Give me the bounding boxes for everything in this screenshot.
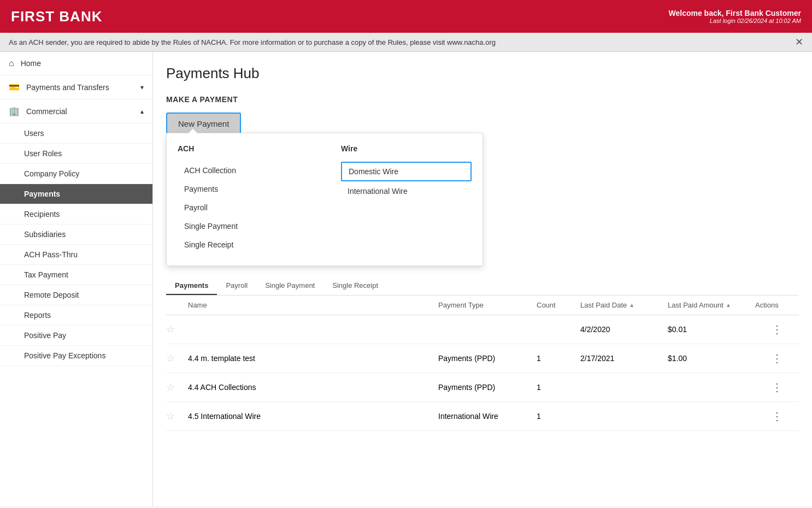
tab-single-payment[interactable]: Single Payment — [256, 277, 323, 295]
payment-tabs: Payments Payroll Single Payment Single R… — [166, 277, 799, 295]
sidebar-item-positive-pay[interactable]: Positive Pay — [0, 326, 152, 346]
row-type: Payments (PPD) — [438, 354, 537, 363]
row-count: 1 — [537, 412, 580, 421]
payment-tabs-section: Payments Payroll Single Payment Single R… — [166, 277, 799, 296]
sidebar-item-ach-pass-thru[interactable]: ACH Pass-Thru — [0, 245, 152, 265]
sidebar-item-remote-deposit[interactable]: Remote Deposit — [0, 285, 152, 305]
row-last-paid-date: 4/2/2020 — [580, 325, 668, 334]
sidebar-label-users: Users — [24, 129, 44, 138]
credit-card-icon: 💳 — [9, 82, 20, 92]
sidebar-label-user-roles: User Roles — [24, 149, 62, 158]
dropdown-arrow — [189, 129, 197, 133]
sidebar-item-recipients[interactable]: Recipients — [0, 204, 152, 225]
main-content: Payments Hub MAKE A PAYMENT New Payment … — [153, 52, 812, 506]
row-count: 1 — [537, 383, 580, 392]
dropdown-columns: ACH ACH Collection Payments Payroll Sing… — [167, 133, 483, 265]
row-actions-button[interactable]: ⋮ — [755, 323, 799, 336]
row-actions-button[interactable]: ⋮ — [755, 410, 799, 423]
col-actions: Actions — [755, 301, 799, 309]
tab-single-receipt[interactable]: Single Receipt — [323, 277, 387, 295]
col-star — [166, 301, 188, 309]
sidebar-label-subsidiaries: Subsidiaries — [24, 230, 66, 239]
row-name: 4.4 m. template test — [188, 354, 438, 363]
sidebar-label-reports: Reports — [24, 311, 51, 320]
dropdown-item-payroll[interactable]: Payroll — [178, 199, 308, 216]
row-last-paid-date: 2/17/2021 — [580, 354, 668, 363]
sidebar-label-home: Home — [21, 59, 41, 68]
dropdown-item-ach-collection[interactable]: ACH Collection — [178, 162, 308, 179]
favorite-icon[interactable]: ☆ — [166, 410, 188, 422]
favorite-icon[interactable]: ☆ — [166, 381, 188, 393]
row-actions-button[interactable]: ⋮ — [755, 381, 799, 394]
dropdown-item-domestic-wire[interactable]: Domestic Wire — [341, 162, 472, 181]
building-icon: 🏢 — [9, 106, 20, 116]
row-name: 4.5 International Wire — [188, 412, 438, 421]
dropdown-item-single-payment[interactable]: Single Payment — [178, 217, 308, 235]
sidebar-item-reports[interactable]: Reports — [0, 305, 152, 326]
table-row: ☆ 4.4 ACH Collections Payments (PPD) 1 ⋮ — [166, 373, 799, 402]
ach-column-header: ACH — [178, 144, 308, 155]
new-payment-button[interactable]: New Payment — [166, 113, 241, 135]
sidebar-label-payments-transfers: Payments and Transfers — [26, 83, 109, 92]
app-layout: ⌂ Home 💳 Payments and Transfers ▾ 🏢 Comm… — [0, 52, 812, 506]
sort-icon-date: ▲ — [629, 302, 634, 308]
col-last-paid-amount[interactable]: Last Paid Amount ▲ — [668, 301, 755, 309]
notice-text: As an ACH sender, you are required to ab… — [9, 38, 496, 46]
col-name: Name — [188, 301, 438, 309]
tab-payroll[interactable]: Payroll — [217, 277, 256, 295]
wire-column: Wire Domestic Wire International Wire — [341, 144, 472, 255]
row-name: 4.4 ACH Collections — [188, 383, 438, 392]
col-payment-type: Payment Type — [438, 301, 537, 309]
row-count: 1 — [537, 354, 580, 363]
sidebar-item-home[interactable]: ⌂ Home — [0, 52, 152, 75]
favorite-icon[interactable]: ☆ — [166, 352, 188, 364]
sidebar-label-payments: Payments — [24, 190, 60, 198]
payment-type-dropdown: ACH ACH Collection Payments Payroll Sing… — [166, 133, 483, 266]
sidebar-label-commercial: Commercial — [26, 107, 67, 116]
payments-table: Name Payment Type Count Last Paid Date ▲… — [166, 296, 799, 431]
table-row: ☆ 4.4 m. template test Payments (PPD) 1 … — [166, 344, 799, 373]
col-last-paid-date[interactable]: Last Paid Date ▲ — [580, 301, 668, 309]
table-row: ☆ 4/2/2020 $0.01 ⋮ — [166, 315, 799, 344]
sidebar-item-payments[interactable]: Payments — [0, 184, 152, 204]
ach-column: ACH ACH Collection Payments Payroll Sing… — [178, 144, 308, 255]
row-last-paid-amount: $1.00 — [668, 354, 755, 363]
chevron-down-icon: ▾ — [140, 84, 144, 91]
sidebar-item-users[interactable]: Users — [0, 123, 152, 144]
chevron-up-icon: ▴ — [140, 108, 144, 115]
sidebar-item-positive-pay-exceptions[interactable]: Positive Pay Exceptions — [0, 346, 152, 366]
row-actions-button[interactable]: ⋮ — [755, 352, 799, 365]
tab-payments[interactable]: Payments — [166, 277, 217, 295]
sidebar-item-payments-transfers[interactable]: 💳 Payments and Transfers ▾ — [0, 75, 152, 99]
wire-column-header: Wire — [341, 144, 472, 155]
sidebar-label-positive-pay: Positive Pay — [24, 331, 66, 340]
sidebar-item-user-roles[interactable]: User Roles — [0, 144, 152, 164]
sort-icon-amount: ▲ — [726, 302, 731, 308]
row-type: International Wire — [438, 412, 537, 421]
sidebar-item-company-policy[interactable]: Company Policy — [0, 164, 152, 184]
sidebar-label-company-policy: Company Policy — [24, 169, 79, 178]
table-header-row: Name Payment Type Count Last Paid Date ▲… — [166, 296, 799, 315]
welcome-message: Welcome back, First Bank Customer — [669, 9, 801, 17]
sidebar-item-commercial[interactable]: 🏢 Commercial ▴ — [0, 99, 152, 123]
section-title: MAKE A PAYMENT — [166, 95, 799, 104]
dropdown-item-single-receipt[interactable]: Single Receipt — [178, 236, 308, 253]
notice-bar: As an ACH sender, you are required to ab… — [0, 33, 812, 52]
sidebar-label-recipients: Recipients — [24, 210, 60, 218]
dropdown-item-payments[interactable]: Payments — [178, 180, 308, 198]
col-count: Count — [537, 301, 580, 309]
row-last-paid-amount: $0.01 — [668, 325, 755, 334]
notice-close-button[interactable]: ✕ — [795, 37, 803, 47]
sidebar: ⌂ Home 💳 Payments and Transfers ▾ 🏢 Comm… — [0, 52, 153, 506]
sidebar-item-tax-payment[interactable]: Tax Payment — [0, 265, 152, 285]
favorite-icon[interactable]: ☆ — [166, 323, 188, 335]
sidebar-label-ach-pass-thru: ACH Pass-Thru — [24, 250, 78, 259]
app-header: FIRST BANK Welcome back, First Bank Cust… — [0, 0, 812, 33]
sidebar-item-subsidiaries[interactable]: Subsidiaries — [0, 225, 152, 245]
sidebar-label-remote-deposit: Remote Deposit — [24, 291, 79, 299]
home-icon: ⌂ — [9, 58, 14, 68]
user-info: Welcome back, First Bank Customer Last l… — [669, 9, 801, 24]
bank-logo: FIRST BANK — [11, 8, 102, 25]
row-type: Payments (PPD) — [438, 383, 537, 392]
dropdown-item-international-wire[interactable]: International Wire — [341, 182, 472, 200]
